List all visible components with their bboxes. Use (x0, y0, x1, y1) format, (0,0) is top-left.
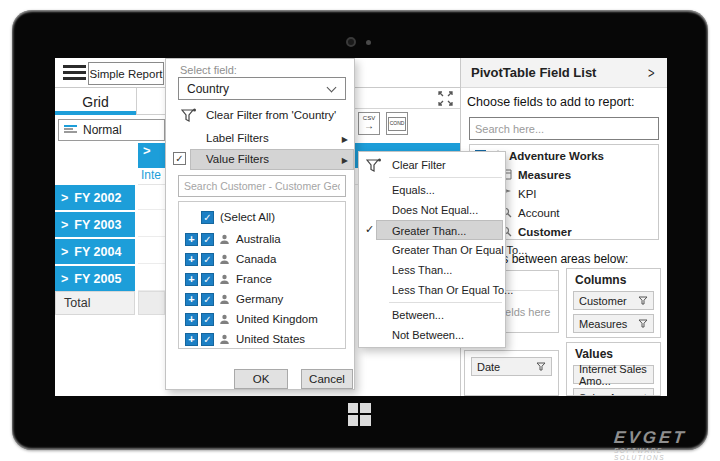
select-all-label: (Select All) (220, 211, 275, 223)
view-selector-dropdown[interactable]: Normal (58, 119, 165, 141)
checked-checkbox[interactable]: ✓ (201, 333, 214, 346)
collapse-panel-icon[interactable]: > (648, 64, 655, 81)
tree-item-label: Account (518, 207, 560, 219)
pill-date[interactable]: Date (471, 357, 552, 376)
pill-measures[interactable]: Measures (573, 314, 654, 333)
member-item-canada[interactable]: + ✓ Canada (179, 249, 345, 269)
expand-plus-icon[interactable]: + (185, 293, 198, 306)
member-label: Canada (236, 253, 276, 265)
menu-item-less-than[interactable]: Less Than... (359, 260, 505, 280)
expand-plus-icon[interactable]: + (185, 273, 198, 286)
clear-filter-icon (181, 108, 197, 123)
panel-subtitle: Choose fields to add to report: (467, 95, 634, 109)
plus-icon: + (188, 233, 194, 245)
member-label: United States (236, 333, 305, 345)
grid-cell (138, 266, 165, 291)
checked-checkbox[interactable]: ✓ (201, 273, 214, 286)
ok-button-label: OK (253, 373, 270, 385)
member-item-united-states[interactable]: + ✓ United States (179, 329, 345, 349)
checked-checkbox[interactable]: ✓ (201, 253, 214, 266)
label-filters-item[interactable]: Label Filters ▶ (166, 129, 356, 150)
panel-title: PivotTable Field List (471, 65, 596, 80)
select-all-item[interactable]: ✓ (Select All) (179, 207, 345, 227)
grid-row-fy2003[interactable]: > FY 2003 (55, 212, 135, 237)
windows-home-button[interactable] (348, 403, 371, 426)
hamburger-menu-icon[interactable] (63, 65, 86, 81)
grid-total-cell (138, 291, 165, 315)
watermark-tagline: SOFTWARE SOLUTIONS (614, 447, 714, 461)
expand-plus-icon[interactable]: + (185, 233, 198, 246)
grid-row-fy2004[interactable]: > FY 2004 (55, 239, 135, 264)
menu-item-greater-than[interactable]: ✓ Greater Than... (359, 220, 505, 240)
grid-row-fy2005[interactable]: > FY 2005 (55, 266, 135, 291)
tree-item-label: Measures (518, 169, 571, 181)
value-filters-menu: Clear Filter Equals... Does Not Equal...… (358, 151, 506, 348)
filter-funnel-icon[interactable] (638, 296, 648, 305)
value-filters-checkbox[interactable]: ✓ (173, 152, 186, 165)
clear-filter-item[interactable]: Clear Filter from 'Country' (166, 106, 356, 127)
menu-separator (389, 177, 502, 178)
pill-label: Date (477, 361, 500, 373)
expand-plus-icon[interactable]: + (185, 333, 198, 346)
clear-filter-label: Clear Filter from 'Country' (206, 109, 336, 121)
value-filters-item[interactable]: ✓ Value Filters ▶ (166, 149, 356, 171)
member-label: France (236, 273, 272, 285)
checked-checkbox[interactable]: ✓ (201, 211, 214, 224)
rows-area[interactable]: Date (464, 350, 559, 396)
filter-funnel-icon[interactable] (536, 362, 546, 371)
pill-customer[interactable]: Customer (573, 291, 654, 310)
conditional-formatting-button[interactable]: COND (386, 112, 408, 135)
expand-icon: > (143, 143, 151, 158)
ok-button[interactable]: OK (234, 369, 288, 389)
pill-internet-sales[interactable]: Internet Sales Amo... (573, 365, 654, 384)
member-item-australia[interactable]: + ✓ Australia (179, 229, 345, 249)
menu-item-clear-filter[interactable]: Clear Filter (359, 155, 505, 175)
checked-checkbox[interactable]: ✓ (201, 233, 214, 246)
fullscreen-expand-icon[interactable] (438, 91, 453, 106)
checked-checkbox[interactable]: ✓ (201, 313, 214, 326)
filter-funnel-icon[interactable] (638, 319, 648, 328)
submenu-arrow-icon: ▶ (342, 135, 348, 144)
menu-item-label: Not Between... (392, 329, 464, 341)
camera-sensor (366, 40, 371, 45)
member-search-input[interactable] (178, 175, 346, 197)
tree-item-label: Customer (518, 226, 572, 238)
field-combo[interactable]: Country (178, 77, 346, 100)
selected-row-highlight: Greater Than... (376, 220, 503, 240)
submenu-arrow-icon: ▶ (342, 156, 348, 165)
field-search-input[interactable] (469, 117, 659, 140)
menu-item-less-than-or-equal[interactable]: Less Than Or Equal To... (359, 280, 505, 300)
values-area-title: Values (575, 347, 660, 361)
menu-item-between[interactable]: Between... (359, 305, 505, 325)
columns-area[interactable]: Columns Customer Measures (566, 268, 661, 338)
expand-icon: > (61, 218, 68, 232)
checked-checkbox[interactable]: ✓ (201, 293, 214, 306)
tab-grid[interactable]: Grid (55, 88, 137, 115)
grid-row-fy2002[interactable]: > FY 2002 (55, 185, 135, 210)
menu-item-label: Less Than Or Equal To... (392, 284, 513, 296)
check-icon: ✓ (203, 212, 211, 223)
chevron-down-icon (327, 83, 337, 93)
export-csv-button[interactable]: CSV → (358, 112, 380, 135)
expand-icon: > (61, 272, 68, 286)
menu-item-equals[interactable]: Equals... (359, 180, 505, 200)
expand-plus-icon[interactable]: + (185, 313, 198, 326)
values-area[interactable]: Values Internet Sales Amo... Sales Amoun… (566, 342, 661, 396)
report-tab[interactable]: Simple Report (88, 62, 164, 85)
check-icon: ✓ (203, 274, 211, 285)
menu-item-does-not-equal[interactable]: Does Not Equal... (359, 200, 505, 220)
row-label: FY 2002 (74, 191, 121, 205)
cancel-button[interactable]: Cancel (301, 369, 353, 389)
menu-item-greater-than-or-equal[interactable]: Greater Than Or Equal To... (359, 240, 505, 260)
plus-icon: + (188, 313, 194, 325)
tablet-bezel: Simple Report Grid Normal > Inte > FY 20… (12, 10, 708, 450)
expand-plus-icon[interactable]: + (185, 253, 198, 266)
report-tab-label: Simple Report (90, 68, 163, 80)
menu-item-not-between[interactable]: Not Between... (359, 325, 505, 345)
member-item-germany[interactable]: + ✓ Germany (179, 289, 345, 309)
member-item-france[interactable]: + ✓ France (179, 269, 345, 289)
pill-sales-amount[interactable]: Sales Amount (573, 388, 654, 396)
member-item-united-kingdom[interactable]: + ✓ United Kingdom (179, 309, 345, 329)
pill-label: Customer (579, 295, 627, 307)
vendor-watermark: EVGET SOFTWARE SOLUTIONS (614, 428, 714, 461)
